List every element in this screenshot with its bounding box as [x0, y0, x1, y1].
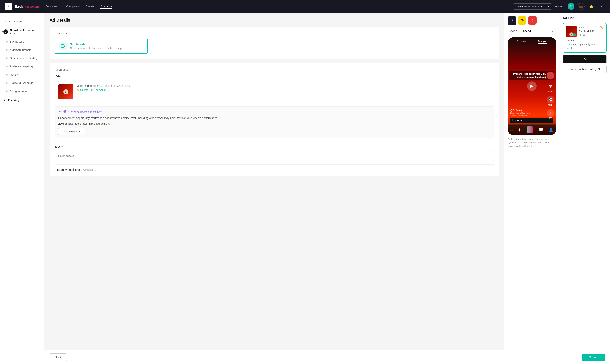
- chevron-right-icon: ›: [551, 119, 551, 121]
- inbox-icon[interactable]: 💬: [539, 127, 543, 132]
- sidebar-item-campaign[interactable]: ✓ Campaign: [0, 17, 44, 26]
- adlist-locate-link[interactable]: Locate: [566, 47, 604, 50]
- nav-campaign[interactable]: Campaign: [66, 4, 80, 9]
- phone-action-share[interactable]: ↑ 252: [547, 109, 554, 119]
- comments-count: 1281: [548, 104, 553, 106]
- account-selector[interactable]: TTAM Demo Account -... ▾: [513, 3, 552, 10]
- copy-icon[interactable]: ⧉: [579, 33, 581, 37]
- adlist-filename: MyTikTok.mp4: [579, 29, 604, 32]
- dot-icon: [6, 41, 8, 42]
- phone-action-avatar: 👤: [547, 72, 554, 79]
- enhancement-section: ▼ 🔮 1 enhancement opportunity Enhancemen…: [55, 106, 494, 138]
- preview-panel: ♪ TB ♫ Preview In feed Top view Followin…: [504, 13, 559, 364]
- back-button[interactable]: Back: [50, 353, 67, 361]
- text-help-icon[interactable]: ?: [61, 145, 63, 149]
- format-desc: Create and ad with one video or multiple…: [70, 47, 124, 50]
- phone-action-heart[interactable]: ♥ 71.1k: [547, 82, 554, 93]
- check-icon: ✓: [4, 19, 7, 24]
- adlist-opportunity: 1 enhance opportunity detected: [566, 43, 604, 46]
- nav-dashboard[interactable]: Dashboard: [46, 4, 60, 9]
- thumbnail-button[interactable]: 🖼 Thumbnail: [91, 88, 106, 91]
- platform-tiktok[interactable]: ♪: [508, 16, 516, 25]
- enhancement-header[interactable]: ▼ 🔮 1 enhancement opportunity: [58, 110, 490, 113]
- logo: ♪ TikTok: Ads Manager: [5, 3, 39, 10]
- platform-babe[interactable]: ♫: [528, 16, 537, 25]
- phone-mockup: Following For you Prepare to be captivat…: [508, 38, 556, 135]
- help-icon[interactable]: ?: [109, 88, 110, 91]
- language-selector[interactable]: English: [555, 5, 564, 8]
- foryou-nav: For you: [538, 40, 547, 44]
- add-button[interactable]: + Add: [563, 55, 607, 63]
- sidebar-item-automate-presets[interactable]: Automate presets: [0, 46, 44, 54]
- create-icon[interactable]: +: [527, 126, 533, 133]
- adlist-item-header: ▶ 📍 Name ✏️ MyTikTok.mp4 ⧉ 🗑: [566, 26, 604, 37]
- profile-icon[interactable]: 👤: [549, 127, 553, 132]
- sidebar-item-identity[interactable]: Identity: [0, 70, 44, 79]
- sidebar-item-optimization-bidding[interactable]: Optimization & Bidding: [0, 54, 44, 62]
- sidebar-item-label: Audience targeting: [10, 65, 33, 68]
- platform-icons: ♪ TB ♫: [508, 16, 556, 25]
- discover-icon[interactable]: ◉: [518, 127, 521, 132]
- phone-play-button[interactable]: ▶: [527, 81, 537, 91]
- delete-icon[interactable]: 🗑: [583, 33, 586, 37]
- video-section-label: Video: [55, 75, 494, 78]
- sidebar-item-smart-performance[interactable]: 3 Smart performance ads: [0, 26, 44, 38]
- nav-assets[interactable]: Assets: [86, 4, 95, 9]
- home-icon[interactable]: ⌂: [510, 128, 513, 132]
- topnav-right: TTAM Demo Account -... ▾ English 🔍 💼 🔔 ?: [513, 3, 605, 10]
- sidebar: ✓ Campaign 3 Smart performance ads Buyin…: [0, 13, 44, 364]
- help-button[interactable]: ?: [598, 3, 605, 10]
- video-item: ▶ Video_name_lorem... 00:13 | 720 × 1280…: [55, 81, 494, 103]
- update-button[interactable]: ✏️ Update: [76, 88, 89, 91]
- sidebar-item-label: Tracking: [8, 99, 19, 102]
- bell-button[interactable]: 🔔: [588, 3, 595, 10]
- sidebar-item-label: Budget & Schedule: [10, 81, 33, 84]
- sidebar-item-label: Automate presets: [10, 48, 31, 52]
- nav-analytics[interactable]: Analytics: [100, 4, 112, 9]
- optimize-with-ai-button[interactable]: Optimize with AI: [58, 128, 85, 135]
- preview-header: Preview In feed Top view: [508, 28, 556, 34]
- enhancement-stat: 20% of advertisers fixed this issue usin…: [58, 122, 490, 125]
- sidebar-item-label: Ads generation: [10, 90, 28, 93]
- video-name: Video_name_lorem... 00:13 | 720 × 1280: [76, 84, 490, 87]
- fix-optimize-ai-button[interactable]: Fix and optimize all by AI: [563, 65, 607, 73]
- briefcase-icon: 💼: [579, 4, 583, 9]
- text-section-label: Text: [55, 145, 60, 149]
- briefcase-button[interactable]: 💼: [578, 3, 584, 10]
- chevron-down-icon: ▾: [547, 5, 549, 8]
- bullet-icon: •: [3, 98, 5, 103]
- single-video-icon: [59, 42, 67, 50]
- platform-topbuzz[interactable]: TB: [518, 16, 526, 25]
- optional-label: (Optional): [82, 168, 94, 171]
- phone-action-comment[interactable]: 💬 1281: [547, 96, 554, 106]
- single-video-option[interactable]: Single video Create and ad with one vide…: [55, 39, 148, 54]
- format-title: Single video: [70, 42, 124, 46]
- adlist-thumbnail: ▶ 📍: [566, 26, 577, 37]
- sidebar-item-buying-type[interactable]: Buying type: [0, 38, 44, 46]
- phone-right-actions: 👤 ♥ 71.1k 💬 1281 ↑ 252: [547, 72, 554, 119]
- sidebar-item-audience-targeting[interactable]: Audience targeting: [0, 62, 44, 70]
- ad-text-input[interactable]: [55, 151, 494, 161]
- phone-bottom-nav: ⌂ ◉ + 💬 👤: [508, 124, 556, 135]
- sidebar-item-tracking[interactable]: • Tracking: [0, 95, 44, 105]
- location-pin-icon: 📍: [573, 33, 576, 36]
- video-thumbnail: ▶: [58, 84, 73, 100]
- placement-select[interactable]: In feed Top view: [520, 28, 556, 34]
- dot-icon: [6, 49, 8, 51]
- ad-format-label: Ad Format: [55, 32, 494, 35]
- phone-top-nav: Following For you: [508, 38, 556, 44]
- ad-list-item: ▶ 📍 Name ✏️ MyTikTok.mp4 ⧉ 🗑: [563, 23, 607, 53]
- sidebar-item-budget-schedule[interactable]: Budget & Schedule: [0, 79, 44, 87]
- adlist-play-icon: ▶: [569, 32, 573, 36]
- edit-icon[interactable]: ✏️: [600, 26, 604, 29]
- sidebar-item-ads-generation[interactable]: Ads generation: [0, 87, 44, 95]
- submit-button[interactable]: Submit: [582, 354, 605, 361]
- search-button[interactable]: 🔍: [568, 3, 574, 10]
- addons-help-icon[interactable]: ?: [95, 168, 96, 171]
- format-info: Single video Create and ad with one vide…: [70, 42, 124, 50]
- main-nav: Dashboard Campaign Assets Analytics: [46, 4, 506, 9]
- chevron-down-icon: ▼: [58, 110, 61, 113]
- video-actions: ✏️ Update 🖼 Thumbnail ?: [76, 88, 490, 91]
- following-nav: Following: [516, 40, 527, 44]
- dot-icon: [6, 57, 8, 59]
